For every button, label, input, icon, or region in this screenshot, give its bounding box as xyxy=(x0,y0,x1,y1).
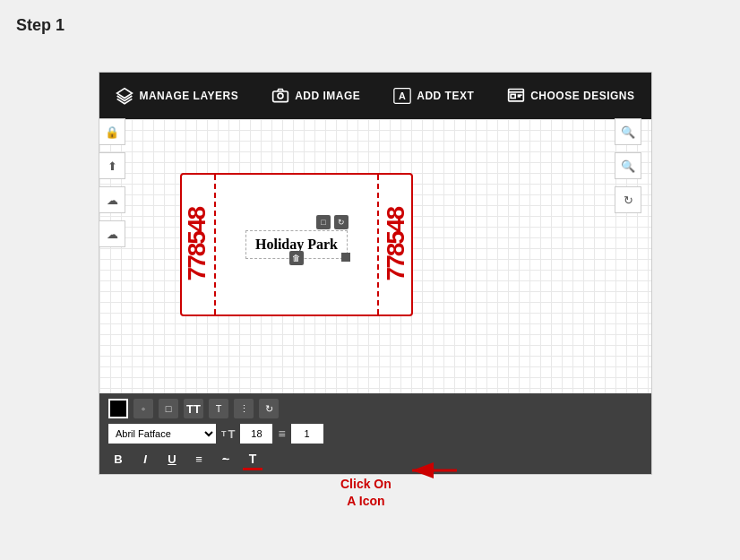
delete-control[interactable]: 🗑 xyxy=(289,251,304,265)
ticket-number-right: 778548 xyxy=(382,208,410,280)
resize-handle[interactable] xyxy=(341,253,350,262)
strikethrough-button[interactable]: ~ xyxy=(216,449,236,469)
element-controls: □ ↻ xyxy=(316,215,348,229)
ticket-number-left: 778548 xyxy=(183,208,211,280)
toolbar-row1: ◦ □ TT T ⋮ ↻ xyxy=(108,399,642,418)
annotation-text: Click On A Icon xyxy=(340,476,392,511)
line-spacing-icon: ≡ xyxy=(278,426,285,441)
transform-rotate[interactable]: ↻ xyxy=(259,399,279,418)
canvas-area: 778548 778548 □ ↻ xyxy=(99,119,651,474)
line-spacing-input[interactable] xyxy=(291,424,323,444)
right-sidebar: 🔍 🔍 ↻ xyxy=(615,118,641,213)
transform-text-tt[interactable]: TT xyxy=(184,399,203,418)
sidebar-lock-icon[interactable]: 🔒 xyxy=(99,118,125,145)
toolbar-add-image-label: ADD IMAGE xyxy=(295,90,360,102)
font-size-icon: T T xyxy=(221,427,235,441)
text-formatting-toolbar: ◦ □ TT T ⋮ ↻ Abril Fatface T T xyxy=(99,393,651,474)
font-size-input[interactable] xyxy=(240,424,272,444)
transform-icon-3[interactable]: T xyxy=(209,399,228,418)
layers-icon xyxy=(116,87,133,105)
ticket-stub-right: 778548 xyxy=(377,175,413,314)
transform-icon-4[interactable]: ⋮ xyxy=(234,399,254,418)
designs-icon xyxy=(507,87,525,105)
align-button[interactable]: ≡ xyxy=(189,449,209,469)
ticket-stub-left: 778548 xyxy=(180,175,216,314)
toolbar-add-text-label: ADD TEXT xyxy=(417,90,474,102)
page-wrapper: Step 1 MANAGE LAYERS ADD IMAG xyxy=(0,0,740,560)
svg-text:A: A xyxy=(399,90,406,101)
text-icon: A xyxy=(393,87,411,105)
sidebar-upload-icon[interactable]: ⬆ xyxy=(99,152,125,179)
sidebar-cloud-down-icon[interactable]: ☁ xyxy=(99,186,125,213)
editor-container: MANAGE LAYERS ADD IMAGE A ADD TEXT xyxy=(99,72,652,475)
bold-button[interactable]: B xyxy=(108,449,128,469)
red-arrow-svg xyxy=(408,457,461,484)
sidebar-rotate-icon[interactable]: ↻ xyxy=(615,186,641,213)
transform-icon-1[interactable]: ◦ xyxy=(133,399,153,418)
underline-button[interactable]: U xyxy=(162,449,182,469)
toolbar-row2: Abril Fatface T T ≡ xyxy=(108,424,642,444)
font-family-select[interactable]: Abril Fatface xyxy=(108,424,216,444)
toolbar-add-text[interactable]: A ADD TEXT xyxy=(384,87,483,105)
svg-point-1 xyxy=(278,93,283,99)
toolbar-choose-designs-label: CHOOSE DESIGNS xyxy=(530,90,634,102)
text-t-label: T xyxy=(249,452,257,466)
ticket-text-element[interactable]: □ ↻ Holiday Park 🗑 xyxy=(245,230,348,259)
annotation-line2: A Icon xyxy=(347,494,384,508)
toolbar-choose-designs[interactable]: CHOOSE DESIGNS xyxy=(498,87,643,105)
toolbar-add-image[interactable]: ADD IMAGE xyxy=(262,87,369,105)
rotate-control[interactable]: ↻ xyxy=(334,215,348,229)
sidebar-zoom-out-icon[interactable]: 🔍 xyxy=(615,152,641,179)
left-sidebar: 🔒 ⬆ ☁ ☁ xyxy=(99,118,125,247)
italic-button[interactable]: I xyxy=(135,449,155,469)
ticket-wrapper: 778548 778548 □ ↻ xyxy=(180,173,413,316)
svg-rect-6 xyxy=(511,94,515,98)
color-swatch[interactable] xyxy=(108,399,128,418)
text-color-underline xyxy=(243,468,262,470)
sidebar-cloud-up-icon[interactable]: ☁ xyxy=(99,220,125,247)
text-color-button[interactable]: T xyxy=(243,449,262,469)
sidebar-zoom-in-icon[interactable]: 🔍 xyxy=(615,118,641,145)
camera-icon xyxy=(271,87,289,105)
toolbar-manage-layers[interactable]: MANAGE LAYERS xyxy=(107,87,247,105)
toolbar-row3: B I U ≡ ~ T xyxy=(108,449,642,469)
copy-control[interactable]: □ xyxy=(316,215,331,229)
ticket-main: □ ↻ Holiday Park 🗑 xyxy=(218,175,375,314)
toolbar-manage-layers-label: MANAGE LAYERS xyxy=(139,90,238,102)
transform-icon-2[interactable]: □ xyxy=(159,399,178,418)
annotation-line1: Click On xyxy=(340,477,392,491)
step-label: Step 1 xyxy=(16,16,65,35)
ticket: 778548 778548 □ ↻ xyxy=(180,173,413,316)
top-toolbar: MANAGE LAYERS ADD IMAGE A ADD TEXT xyxy=(99,73,651,119)
